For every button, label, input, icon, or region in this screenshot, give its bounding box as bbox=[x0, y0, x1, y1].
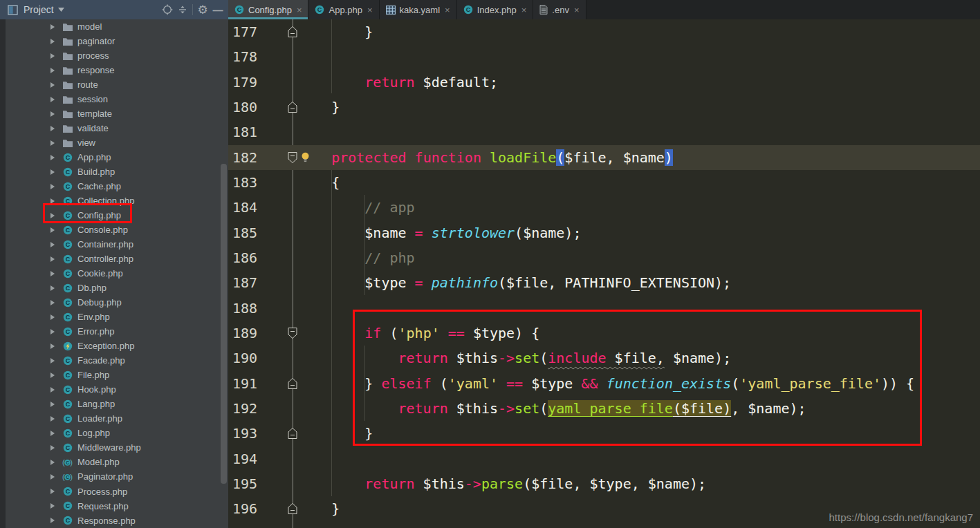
code-line-text[interactable]: if ('php' == $type) { bbox=[298, 321, 539, 346]
tree-item-env-php[interactable]: CEnv.php bbox=[6, 310, 228, 324]
tree-item-model[interactable]: model bbox=[6, 19, 228, 34]
line-number[interactable]: 186 bbox=[228, 249, 257, 266]
expand-arrow-icon[interactable] bbox=[50, 343, 56, 350]
expand-arrow-icon[interactable] bbox=[50, 357, 56, 364]
line-number[interactable]: 179 bbox=[228, 74, 257, 91]
expand-arrow-icon[interactable] bbox=[50, 386, 56, 393]
expand-arrow-icon[interactable] bbox=[50, 212, 56, 219]
expand-arrow-icon[interactable] bbox=[50, 415, 56, 422]
tree-item-collection-php[interactable]: CCollection.php bbox=[6, 194, 228, 208]
code-line-text[interactable]: } bbox=[298, 421, 373, 446]
expand-arrow-icon[interactable] bbox=[50, 517, 56, 524]
code-line-text[interactable]: return $this->parse($file, $type, $name)… bbox=[298, 471, 706, 496]
tree-item-view[interactable]: view bbox=[6, 135, 228, 150]
line-number[interactable]: 187 bbox=[228, 274, 257, 291]
expand-arrow-icon[interactable] bbox=[50, 314, 56, 321]
line-number[interactable]: 177 bbox=[228, 23, 257, 40]
line-number[interactable]: 195 bbox=[228, 475, 257, 492]
tree-item-build-php[interactable]: CBuild.php bbox=[6, 164, 228, 179]
expand-arrow-icon[interactable] bbox=[50, 154, 56, 161]
settings-gear-icon[interactable]: ⚙ bbox=[195, 2, 210, 17]
tab-index-php[interactable]: CIndex.php× bbox=[457, 0, 534, 19]
tree-scrollbar-thumb[interactable] bbox=[221, 164, 227, 484]
line-number[interactable]: 191 bbox=[228, 375, 257, 392]
expand-arrow-icon[interactable] bbox=[50, 169, 56, 176]
line-number[interactable]: 184 bbox=[228, 199, 257, 216]
tree-item-middleware-php[interactable]: CMiddleware.php bbox=[6, 440, 228, 455]
expand-arrow-icon[interactable] bbox=[50, 38, 56, 45]
locate-icon[interactable] bbox=[160, 2, 175, 17]
fold-marker-icon[interactable] bbox=[288, 102, 297, 113]
close-tab-icon[interactable]: × bbox=[521, 6, 527, 15]
line-number[interactable]: 190 bbox=[228, 350, 257, 366]
expand-arrow-icon[interactable] bbox=[50, 430, 56, 437]
hide-panel-icon[interactable]: — bbox=[210, 2, 225, 17]
code-line-text[interactable]: // app bbox=[298, 195, 415, 220]
line-number[interactable]: 194 bbox=[228, 451, 257, 467]
expand-arrow-icon[interactable] bbox=[50, 502, 56, 509]
expand-arrow-icon[interactable] bbox=[50, 227, 56, 234]
close-tab-icon[interactable]: × bbox=[297, 6, 302, 15]
tree-item-cookie-php[interactable]: CCookie.php bbox=[6, 266, 228, 281]
tree-item-paginator-php[interactable]: (C)Paginator.php bbox=[6, 469, 228, 484]
fold-marker-icon[interactable] bbox=[288, 328, 297, 339]
line-number[interactable]: 188 bbox=[228, 300, 257, 317]
code-line-text[interactable]: return $this->set(yaml_parse_file($file)… bbox=[298, 396, 806, 421]
expand-arrow-icon[interactable] bbox=[50, 111, 56, 117]
close-tab-icon[interactable]: × bbox=[445, 6, 450, 15]
code-line-text[interactable]: $type = pathinfo($file, PATHINFO_EXTENSI… bbox=[298, 270, 731, 295]
line-number[interactable]: 180 bbox=[228, 99, 257, 115]
code-line-text[interactable]: } bbox=[298, 19, 373, 44]
tab--env[interactable]: .env× bbox=[533, 0, 586, 19]
tree-item-lang-php[interactable]: CLang.php bbox=[6, 397, 228, 411]
tree-item-hook-php[interactable]: CHook.php bbox=[6, 382, 228, 397]
expand-arrow-icon[interactable] bbox=[50, 256, 56, 263]
expand-arrow-icon[interactable] bbox=[50, 82, 56, 88]
line-number[interactable]: 183 bbox=[228, 174, 257, 191]
line-number[interactable]: 193 bbox=[228, 425, 257, 442]
line-number[interactable]: 189 bbox=[228, 325, 257, 341]
expand-arrow-icon[interactable] bbox=[50, 67, 56, 74]
expand-arrow-icon[interactable] bbox=[50, 328, 56, 335]
code-line-text[interactable]: protected function loadFile($file, $name… bbox=[298, 145, 673, 170]
expand-arrow-icon[interactable] bbox=[50, 299, 56, 306]
expand-arrow-icon[interactable] bbox=[50, 53, 56, 59]
expand-arrow-icon[interactable] bbox=[50, 198, 56, 205]
expand-arrow-icon[interactable] bbox=[50, 140, 56, 147]
tree-item-response-php[interactable]: CResponse.php bbox=[6, 513, 228, 528]
tree-item-cache-php[interactable]: CCache.php bbox=[6, 179, 228, 194]
tab-kaka-yaml[interactable]: kaka.yaml× bbox=[380, 0, 457, 19]
expand-arrow-icon[interactable] bbox=[50, 125, 56, 132]
close-tab-icon[interactable]: × bbox=[574, 6, 580, 15]
code-line-text[interactable]: return $this->set(include $file, $name); bbox=[298, 346, 731, 370]
tree-item-session[interactable]: session bbox=[6, 92, 228, 106]
line-number[interactable]: 192 bbox=[228, 400, 257, 417]
tree-item-controller-php[interactable]: CController.php bbox=[6, 252, 228, 266]
expand-arrow-icon[interactable] bbox=[50, 96, 56, 103]
tree-item-model-php[interactable]: (C)Model.php bbox=[6, 455, 228, 469]
tree-item-template[interactable]: template bbox=[6, 106, 228, 121]
tree-item-loader-php[interactable]: CLoader.php bbox=[6, 411, 228, 426]
project-panel-title[interactable]: Project bbox=[24, 4, 54, 15]
code-line-text[interactable]: $name = strtolower($name); bbox=[298, 220, 581, 245]
expand-arrow-icon[interactable] bbox=[50, 488, 56, 495]
tree-item-process-php[interactable]: CProcess.php bbox=[6, 484, 228, 499]
expand-arrow-icon[interactable] bbox=[50, 23, 56, 30]
tree-item-response[interactable]: response bbox=[6, 63, 228, 77]
tree-item-container-php[interactable]: CContainer.php bbox=[6, 237, 228, 252]
tree-item-process[interactable]: process bbox=[6, 48, 228, 63]
tree-item-facade-php[interactable]: CFacade.php bbox=[6, 353, 228, 368]
code-line-text[interactable]: } elseif ('yaml' == $type && function_ex… bbox=[298, 371, 914, 396]
fold-marker-icon[interactable] bbox=[288, 428, 297, 440]
expand-arrow-icon[interactable] bbox=[50, 241, 56, 248]
tree-item-validate[interactable]: validate bbox=[6, 121, 228, 135]
code-line-text[interactable]: return $default; bbox=[298, 70, 498, 95]
fold-marker-icon[interactable] bbox=[288, 377, 297, 389]
tree-item-console-php[interactable]: CConsole.php bbox=[6, 223, 228, 237]
tab-app-php[interactable]: CApp.php× bbox=[308, 0, 379, 19]
tree-item-exception-php[interactable]: Exception.php bbox=[6, 339, 228, 353]
tree-item-file-php[interactable]: CFile.php bbox=[6, 368, 228, 382]
fold-marker-icon[interactable] bbox=[288, 26, 297, 38]
chevron-down-icon[interactable] bbox=[58, 8, 64, 12]
tree-item-app-php[interactable]: CApp.php bbox=[6, 150, 228, 164]
